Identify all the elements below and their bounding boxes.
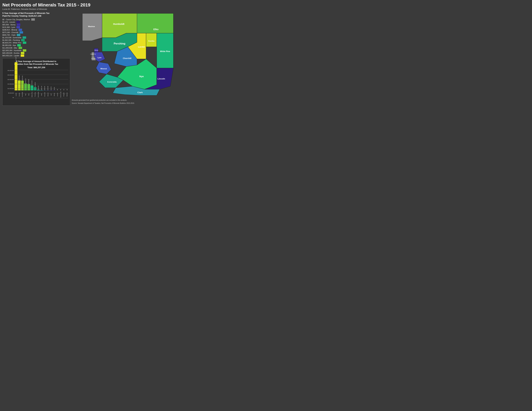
legend-color-swatch: [17, 26, 20, 28]
y-axis-label: $0: [4, 97, 14, 98]
y-axis: $30,000,000$25,000,000$20,000,000$15,000…: [4, 70, 14, 98]
y-axis-label: $5,000,000: [4, 93, 14, 94]
legend-item: $584,700 - Clark: [2, 34, 70, 36]
bar-label: Eureka: [19, 91, 20, 98]
bar-label: Humboldt: [22, 91, 23, 98]
legend-item: $1,175 - Lincoln: [2, 21, 70, 23]
legend-color-swatch: [19, 47, 22, 49]
legend-color-swatch: [21, 52, 24, 54]
label-storey: Storey: [95, 49, 98, 51]
bar-label: Clark: [41, 91, 42, 98]
right-panel: Humboldt Elko Washoe Pershing Lander: [72, 12, 175, 106]
bar-label: Lincoln: [57, 91, 58, 98]
bar-group: $4,756,903 White Pine: [31, 80, 33, 98]
bar-value: $9,501,922: [19, 75, 20, 80]
legend-color-swatch: [16, 21, 20, 23]
y-axis-label: $20,000,000: [4, 79, 14, 80]
content-area: 5 Year Average of Net Proceeds of Minera…: [2, 12, 175, 106]
bar-label: Carson City: [60, 91, 61, 98]
bar-rect: [31, 85, 33, 90]
bar-value: $9,337,501: [22, 75, 23, 80]
legend-item: $0 - Carson City, Douglas, Washoe: [2, 18, 70, 21]
bar-group: $9,501,922 Eureka: [18, 75, 21, 98]
bar-group: $6,566,144 Nye: [24, 78, 27, 98]
label-lyon: Lyon: [97, 57, 101, 58]
bar-group: $5,935,886 Elko: [28, 79, 30, 98]
legend-item: $11,840,638 - Elko: [2, 47, 70, 49]
bar-group: $0 Carson City: [59, 89, 62, 98]
bar-label: Elko: [28, 91, 29, 98]
label-carson-city: Carson City: [90, 54, 96, 55]
chart-title: 5 Year Average of Amount Distributed to …: [4, 60, 68, 65]
legend-color-swatch: [23, 49, 26, 52]
bar-label: Churchill: [44, 91, 45, 98]
legend-color-swatch: [21, 55, 24, 57]
chart-container: 5 Year Average of Amount Distributed to …: [2, 58, 70, 106]
chart-bars: $27,721,957 Lander $9,501,922 Eureka $9,…: [15, 70, 68, 98]
legend-color-swatch: [19, 31, 23, 34]
bar-group: $3,088,819 Pershing: [34, 82, 37, 98]
label-nye: Nye: [139, 75, 144, 78]
bar-label: Nye: [25, 91, 26, 98]
legend-item: $28,189,640 - Eureka: [2, 52, 70, 54]
y-axis-label: $30,000,000: [4, 70, 14, 71]
bar-value: $43,075: [51, 86, 52, 90]
bar-rect: [21, 81, 24, 90]
label-clark: Clark: [137, 91, 143, 94]
label-humboldt: Humboldt: [113, 23, 124, 25]
bar-label: Lander: [16, 91, 17, 98]
bar-value: $208,046: [44, 86, 45, 90]
label-churchill: Churchill: [123, 57, 131, 59]
legend-color-swatch: [21, 39, 25, 41]
bar-group: $43,075 Lyon: [50, 86, 52, 98]
label-eureka: Eureka: [148, 40, 154, 42]
bar-value: $0: [60, 89, 61, 90]
label-mineral: Mineral: [100, 68, 107, 70]
label-pershing: Pershing: [114, 42, 125, 45]
bar-value: $4,756,903: [31, 80, 32, 85]
legend-color-swatch: [17, 34, 20, 36]
bar-group: $0 Lincoln: [56, 89, 59, 98]
bar-rect: [18, 80, 21, 90]
bar-label: White Pine: [31, 91, 33, 98]
bar-value: $6,566,144: [25, 78, 26, 83]
label-washoe: Washoe: [88, 26, 95, 28]
bar-label: Storey: [54, 91, 55, 98]
chart-area-wrapper: $30,000,000$25,000,000$20,000,000$15,000…: [4, 70, 68, 104]
bar-label: Esmeralda: [38, 91, 39, 98]
legend-color-swatch: [31, 18, 35, 21]
legend-color-swatch: [19, 29, 22, 31]
bar-rect: [24, 84, 27, 90]
bar-value: $5,935,886: [28, 79, 29, 84]
chart-total: Total: $66,257,259: [4, 66, 68, 69]
bar-label: Pershing: [35, 91, 36, 98]
legend-item: $9,385,630 - Nye: [2, 44, 70, 47]
bar-value: $1,093: [54, 87, 55, 90]
legend-color-swatch: [23, 37, 26, 39]
bar-label: Washoe: [66, 91, 67, 98]
bar-group: $0 Washoe: [66, 89, 68, 98]
bar-group: $138,398 Mineral: [47, 86, 49, 98]
bar-value: $27,721,957: [16, 56, 17, 62]
legend-item: $22,605,364 - Humboldt: [2, 49, 70, 52]
bar-group: $293,730 Clark: [40, 86, 43, 98]
nevada-map: Humboldt Elko Washoe Pershing Lander: [72, 12, 175, 97]
legend-item: $1,153,538 - Esmeralda: [2, 37, 70, 39]
legend-color-swatch: [17, 44, 21, 47]
legend-item: $373,160 - Churchill: [2, 31, 70, 34]
bar-group: $664,922 Esmeralda: [37, 86, 40, 98]
subtitle: Lucia M. Patterson, Nevada Division of M…: [2, 8, 175, 10]
bar-value: $293,730: [41, 86, 42, 90]
legend-item: $1,842,335 - Pershing: [2, 39, 70, 41]
bar-rect: [40, 90, 43, 90]
bar-value: $0: [63, 89, 64, 90]
bar-rect: [34, 87, 37, 90]
legend-color-swatch: [17, 24, 20, 26]
legend-item: $188,814 - Mineral: [2, 29, 70, 31]
label-lincoln: Lincoln: [158, 77, 165, 80]
legend-item: $55,506 - Storey: [2, 24, 70, 26]
y-axis-label: $10,000,000: [4, 88, 14, 89]
map-container: Humboldt Elko Washoe Pershing Lander: [72, 12, 175, 104]
legend-title: 5 Year Average of Net Proceeds of Minera…: [2, 12, 70, 17]
bar-group: $1,093 Storey: [53, 87, 56, 98]
